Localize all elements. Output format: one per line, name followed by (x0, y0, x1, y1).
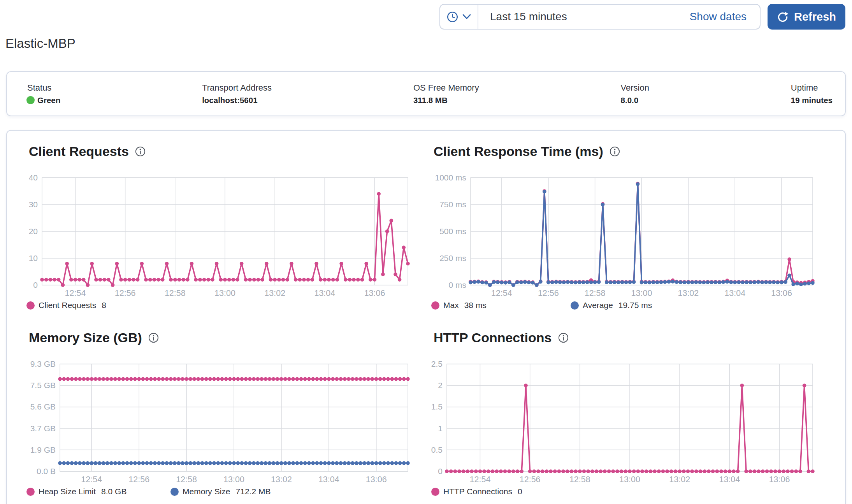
svg-text:750 ms: 750 ms (439, 200, 466, 209)
time-controls: Last 15 minutes Show dates Refresh (439, 4, 845, 30)
svg-text:9.3 GB: 9.3 GB (30, 359, 56, 368)
status-item-label: OS Free Memory (413, 83, 479, 93)
legend-item[interactable]: Max38 ms (431, 301, 571, 310)
svg-text:13:04: 13:04 (724, 289, 745, 298)
legend-dot-icon (26, 301, 35, 310)
status-item-value: localhost:5601 (202, 96, 272, 105)
svg-text:7.5 GB: 7.5 GB (30, 381, 56, 390)
status-item-version: Version8.0.0 (621, 83, 649, 105)
svg-text:0: 0 (438, 467, 443, 476)
refresh-label: Refresh (794, 10, 836, 23)
legend-dot-icon (431, 301, 439, 310)
legend-label: Client Requests (39, 301, 96, 310)
chart-title: Memory Size (GB) (29, 330, 409, 345)
status-item-uptime: Uptime19 minutes (791, 83, 833, 105)
legend-value: 8 (102, 301, 106, 310)
clock-icon (447, 11, 458, 23)
svg-text:2: 2 (438, 381, 443, 390)
svg-text:30: 30 (29, 200, 38, 209)
page-header: Last 15 minutes Show dates Refresh Elast… (0, 0, 852, 71)
svg-text:13:06: 13:06 (771, 289, 792, 298)
show-dates-link[interactable]: Show dates (690, 10, 760, 23)
svg-text:0: 0 (33, 280, 38, 289)
chart-client-requests: Client Requests40302010012:5412:5612:581… (20, 144, 409, 310)
svg-text:1.9 GB: 1.9 GB (30, 445, 56, 454)
legend-value: 0 (518, 487, 522, 496)
chart-plot-area[interactable]: 9.3 GB7.5 GB5.6 GB3.7 GB1.9 GB0.0 B12:54… (20, 362, 409, 484)
svg-text:12:58: 12:58 (165, 289, 186, 298)
svg-text:12:56: 12:56 (128, 475, 149, 484)
legend-dot-icon (170, 488, 179, 496)
svg-text:13:02: 13:02 (669, 475, 690, 484)
health-dot-icon (26, 96, 35, 104)
chart-client-response-time-ms-: Client Response Time (ms)1000 ms750 ms50… (425, 144, 814, 310)
status-item-label: Transport Address (202, 83, 272, 93)
chart-legend: Max38 msAverage19.75 ms (425, 301, 814, 310)
svg-text:13:00: 13:00 (631, 289, 652, 298)
svg-text:12:56: 12:56 (115, 289, 136, 298)
info-icon[interactable] (135, 146, 146, 157)
svg-text:0.0 B: 0.0 B (37, 467, 56, 476)
svg-text:13:04: 13:04 (314, 289, 335, 298)
legend-item[interactable]: Average19.75 ms (571, 301, 652, 310)
legend-item[interactable]: Client Requests8 (26, 301, 106, 310)
legend-label: Memory Size (183, 487, 230, 496)
legend-label: Max (443, 301, 459, 310)
page-title: Elastic-MBP (5, 36, 76, 51)
svg-text:3.7 GB: 3.7 GB (30, 424, 56, 433)
chart-title: HTTP Connections (434, 330, 814, 345)
info-icon[interactable] (148, 332, 159, 343)
charts-panel: Client Requests40302010012:5412:5612:581… (6, 130, 846, 504)
svg-text:12:58: 12:58 (569, 475, 590, 484)
status-item-value: 19 minutes (791, 96, 833, 105)
svg-text:40: 40 (29, 173, 38, 182)
legend-value: 19.75 ms (618, 301, 652, 310)
svg-text:13:06: 13:06 (364, 289, 385, 298)
svg-text:12:56: 12:56 (538, 289, 559, 298)
legend-value: 712.2 MB (236, 487, 271, 496)
date-picker-toggle[interactable] (440, 5, 478, 29)
legend-value: 38 ms (464, 301, 487, 310)
svg-text:13:06: 13:06 (366, 475, 387, 484)
legend-label: Heap Size Limit (39, 487, 96, 496)
svg-text:12:54: 12:54 (65, 289, 86, 298)
svg-text:13:00: 13:00 (619, 475, 640, 484)
legend-item[interactable]: Heap Size Limit8.0 GB (26, 487, 170, 496)
legend-dot-icon (26, 488, 35, 496)
svg-text:10: 10 (29, 254, 38, 262)
svg-text:12:54: 12:54 (470, 475, 491, 484)
legend-value: 8.0 GB (101, 487, 126, 496)
status-item-value: Green (27, 96, 60, 105)
info-icon[interactable] (558, 332, 569, 343)
chart-plot-area[interactable]: 1000 ms750 ms500 ms250 ms0 ms12:5412:561… (425, 176, 814, 298)
status-item-label: Status (27, 83, 60, 93)
status-item-label: Version (621, 83, 649, 93)
svg-text:12:54: 12:54 (491, 289, 512, 298)
svg-text:13:00: 13:00 (214, 289, 235, 298)
date-picker[interactable]: Last 15 minutes Show dates (439, 4, 761, 30)
legend-item[interactable]: Memory Size712.2 MB (170, 487, 271, 496)
legend-item[interactable]: HTTP Connections0 (431, 487, 522, 496)
svg-text:13:02: 13:02 (678, 289, 699, 298)
svg-text:12:54: 12:54 (81, 475, 102, 484)
svg-text:1.5: 1.5 (431, 402, 443, 411)
info-icon[interactable] (610, 146, 620, 157)
svg-text:13:04: 13:04 (719, 475, 740, 484)
chart-plot-area[interactable]: 2.521.510.5012:5412:5612:5813:0013:0213:… (425, 362, 814, 484)
svg-text:500 ms: 500 ms (439, 227, 466, 236)
chart-plot-area[interactable]: 40302010012:5412:5612:5813:0013:0213:041… (20, 176, 409, 298)
svg-text:12:58: 12:58 (585, 289, 606, 298)
status-item-value: 311.8 MB (413, 96, 479, 105)
svg-text:20: 20 (29, 227, 38, 236)
svg-text:13:00: 13:00 (223, 475, 244, 484)
chart-http-connections: HTTP Connections2.521.510.5012:5412:5612… (425, 330, 814, 496)
chart-legend: Client Requests8 (20, 301, 409, 310)
status-item-os-free-memory: OS Free Memory311.8 MB (413, 83, 479, 105)
svg-text:250 ms: 250 ms (439, 254, 466, 262)
refresh-button[interactable]: Refresh (768, 4, 845, 30)
time-range-value[interactable]: Last 15 minutes (478, 10, 690, 23)
legend-label: Average (583, 301, 613, 310)
legend-label: HTTP Connections (443, 487, 512, 496)
status-item-value: 8.0.0 (621, 96, 649, 105)
status-item-transport-address: Transport Addresslocalhost:5601 (202, 83, 272, 105)
